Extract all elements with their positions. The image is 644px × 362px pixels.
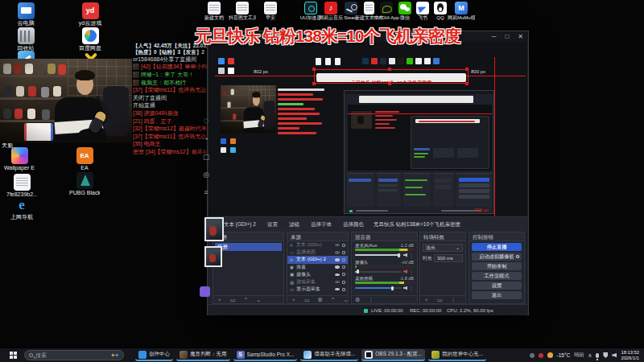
desktop-icon-recycle-bin[interactable]: 回收站 [10, 27, 41, 51]
desktop-icon-baidu-pan[interactable]: 百度网盘 [75, 27, 105, 51]
volume-slider[interactable] [355, 271, 402, 273]
desktop-icon-cloud-pc[interactable]: 云电脑 [10, 2, 41, 27]
desktop-icon-pubg[interactable]: PUBG Black Budget Pl... [69, 172, 100, 196]
virtual-camera-settings-icon[interactable]: ⚙ [514, 253, 522, 261]
taskbar-app-obs[interactable]: OBS 29.1.3 - 配置... [361, 349, 425, 361]
microphone-tray-icon[interactable] [596, 353, 599, 358]
clock-date: 2026/1/1 [621, 356, 639, 360]
obs-preview[interactable]: 802 px 800 px 元旦快乐 钻粉138米=10个飞机亲密度 [208, 42, 527, 216]
icon-label: 新建文档 [200, 15, 228, 21]
virtual-camera-button[interactable]: 启动虚拟摄像机⚙ [472, 253, 522, 261]
icon-label: Wallpaper Engine：... [4, 165, 35, 171]
lock-icon[interactable] [342, 244, 345, 247]
settings-button[interactable]: 设置 [472, 282, 522, 290]
tray-expand-icon[interactable]: ∧ [588, 352, 592, 359]
volume-slider[interactable] [355, 287, 402, 289]
weather-temperature[interactable]: -15°C [557, 352, 571, 358]
visibility-icon[interactable] [335, 274, 340, 277]
mixer-toolbar[interactable]: ⚙ ⋮ [352, 295, 417, 303]
volume-tray-icon[interactable] [612, 353, 617, 358]
scenes-toolbar[interactable]: ＋ ▭ ⌃ ⌄ [213, 295, 283, 303]
transition-select[interactable]: 淡出⌄ [423, 244, 463, 252]
tray-icon-red[interactable] [539, 353, 543, 358]
volume-slider[interactable] [355, 254, 402, 256]
desktop-icon-doc2[interactable]: 抖音图文工具盒 [229, 2, 256, 21]
source-properties-button[interactable]: 设置 [267, 221, 278, 228]
scene-item[interactable]: 场景 [215, 243, 282, 251]
floating-app-icon[interactable] [200, 286, 210, 297]
photo-thumbnail[interactable] [204, 246, 222, 267]
select-font-button[interactable]: 选择字体 [311, 221, 332, 228]
minimize-button[interactable]: ─ [492, 32, 497, 41]
taskbar-clock[interactable]: 18:13:52 2026/1/1 [621, 350, 641, 361]
speaker-muted-icon[interactable] [403, 269, 407, 274]
desktop-icon-doc1[interactable]: 新建文档 [200, 2, 228, 21]
source-row[interactable]: ▭直播画面 [287, 249, 348, 256]
select-color-button[interactable]: 选择颜色 [343, 221, 364, 228]
source-row[interactable]: ▦游戏采集 [287, 278, 348, 286]
visibility-icon[interactable] [335, 258, 340, 261]
exit-button[interactable]: 退出 [472, 291, 522, 299]
taskbar-app-2[interactable]: 魔兽判断：无用 [176, 349, 230, 361]
visibility-icon[interactable] [335, 244, 340, 247]
taskbar-search[interactable]: 搜索 ✦ ✦ [24, 350, 124, 360]
visibility-icon[interactable] [335, 281, 340, 284]
channel-menu-icon[interactable]: ⋮ [409, 269, 414, 274]
icon-label: 上网导航 [6, 214, 37, 220]
desktop-icon-doc3[interactable]: 早安 [257, 2, 284, 21]
visibility-icon[interactable] [335, 265, 340, 269]
lock-icon[interactable] [342, 281, 345, 284]
source-text-value[interactable]: 元旦快乐 钻粉138米=10个飞机亲密度 [374, 221, 460, 228]
lock-icon[interactable] [342, 288, 345, 291]
desktop-icon-file[interactable]: 7fe8239b2... [6, 174, 37, 198]
selected-source-bounding-box[interactable]: 元旦快乐 钻粉138米=10个飞机亲密度 [314, 69, 469, 84]
clock-icon[interactable]: ◔ [200, 130, 212, 148]
photo-thumbnail[interactable] [204, 217, 224, 241]
source-row[interactable]: ▭显示器采集 [287, 286, 348, 293]
target-icon[interactable]: ◎ [200, 166, 212, 183]
tray-icon[interactable] [530, 353, 535, 358]
visibility-icon[interactable] [335, 288, 340, 291]
start-button[interactable] [10, 352, 18, 360]
controls-dock-title: 控制按钮 [473, 232, 493, 241]
list-icon[interactable]: ≡ [200, 183, 212, 201]
speaker-icon[interactable] [403, 253, 407, 257]
security-tray-icon[interactable] [603, 352, 608, 358]
transition-duration-input[interactable]: 300 ms [434, 254, 463, 262]
lock-icon[interactable] [342, 273, 345, 276]
weather-condition[interactable]: 晴朗 [574, 352, 584, 359]
stop-streaming-button[interactable]: 停止直播 [472, 243, 522, 251]
close-button[interactable]: ✕ [518, 32, 523, 41]
taskbar-app-3[interactable]: SSampStudio Pro X... [233, 349, 298, 361]
heart-icon[interactable]: ♡ [200, 113, 212, 130]
channel-menu-icon[interactable]: ⋮ [409, 253, 414, 258]
lock-icon[interactable] [342, 265, 345, 269]
sources-toolbar[interactable]: ＋ ▭ ⚙ ⌃ ⌄ [287, 295, 348, 303]
desktop-icon-wallpaper-engine[interactable]: Wallpaper Engine：... [4, 147, 35, 171]
speaker-icon[interactable] [403, 286, 407, 290]
chat-overlay: 【人气】42.45万【关注】22.03万【贵宾数】7 【热度】0【钻粉】3【发言… [133, 43, 211, 157]
visibility-icon[interactable] [335, 251, 340, 254]
lock-icon[interactable] [342, 251, 345, 254]
start-recording-button[interactable]: 开始录制 [472, 262, 522, 270]
source-filters-button[interactable]: 滤镜 [289, 221, 299, 228]
taskbar-app-4[interactable]: 弹幕助手无限弹... [300, 349, 358, 361]
maximize-button[interactable]: □ [505, 32, 509, 41]
source-row[interactable]: ◉弹幕 [287, 264, 348, 271]
recycle-bin-icon [18, 27, 35, 44]
box-icon[interactable]: ▢ [200, 148, 212, 166]
studio-mode-button[interactable]: 工作室模式 [472, 272, 522, 280]
icon-label: 网易MuMu模拟器 [448, 15, 475, 21]
desktop-icon-ea[interactable]: EA EA [69, 147, 100, 171]
taskbar-app-6[interactable]: 我的世界中心无... [428, 349, 486, 361]
desktop-icon-yd[interactable]: yd yd云游戏 [75, 2, 105, 27]
lock-icon[interactable] [342, 258, 345, 261]
desktop-icon-mumu[interactable]: M 网易MuMu模拟器 [448, 2, 475, 21]
desktop-icon-ie-nav[interactable]: e 上网导航 [6, 196, 37, 220]
taskbar-app-creator-center[interactable]: 创作中心 [135, 349, 173, 361]
source-row-selected[interactable]: A文本 (GDI+) 2 [287, 256, 348, 263]
channel-menu-icon[interactable]: ⋮ [409, 286, 414, 291]
transitions-toolbar[interactable]: ＋ ▭ ⋮ [420, 295, 465, 303]
source-row[interactable]: ▣摄像头 [287, 271, 348, 278]
source-row[interactable]: A文本 (GDI+) [287, 241, 348, 249]
